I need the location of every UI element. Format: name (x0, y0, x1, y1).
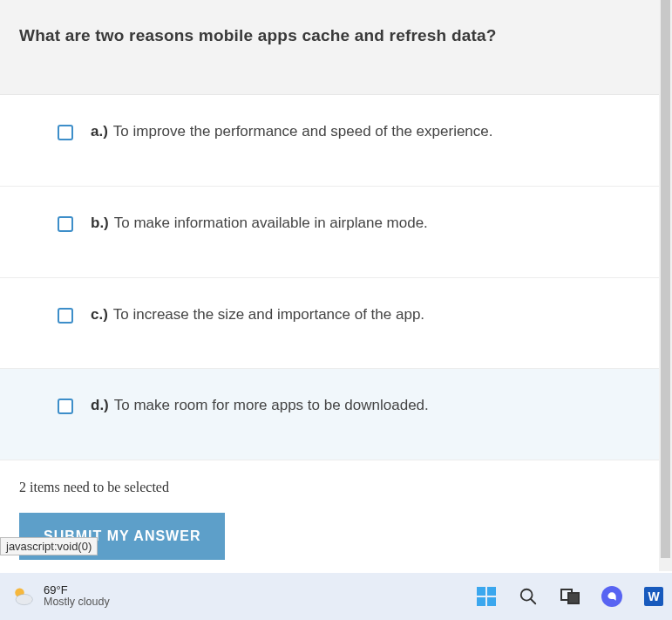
taskbar-weather-widget[interactable]: 69°F Mostly cloudy (10, 584, 110, 609)
windows-taskbar: 69°F Mostly cloudy (0, 573, 672, 620)
taskbar-icons: W (475, 585, 667, 608)
footer-area: 2 items need to be selected SUBMIT MY AN… (0, 460, 659, 560)
option-a-prefix: a.) (91, 123, 108, 140)
checkbox-a[interactable] (58, 125, 73, 140)
option-b-prefix: b.) (91, 215, 109, 231)
task-view-button[interactable] (559, 585, 581, 608)
selection-instruction: 2 items need to be selected (19, 480, 640, 495)
option-b-text: b.)To make information available in airp… (91, 213, 428, 234)
option-a[interactable]: a.)To improve the performance and speed … (0, 95, 659, 187)
option-c[interactable]: c.)To increase the size and importance o… (0, 278, 659, 370)
option-b[interactable]: b.)To make information available in airp… (0, 187, 659, 278)
windows-logo-icon (477, 587, 496, 606)
question-text: What are two reasons mobile apps cache a… (19, 26, 640, 45)
scrollbar-thumb[interactable] (661, 0, 670, 558)
word-app-button[interactable]: W (642, 585, 665, 608)
option-a-body: To improve the performance and speed of … (113, 123, 493, 140)
checkbox-b[interactable] (58, 216, 73, 232)
option-d-prefix: d.) (91, 397, 109, 413)
weather-text: 69°F Mostly cloudy (44, 584, 110, 609)
option-b-body: To make information available in airplan… (114, 215, 428, 231)
checkbox-c[interactable] (58, 308, 73, 324)
start-button[interactable] (475, 585, 498, 608)
weather-desc: Mostly cloudy (44, 596, 110, 609)
option-c-prefix: c.) (91, 306, 108, 323)
search-icon (519, 587, 538, 606)
option-d-text: d.)To make room for more apps to be down… (91, 395, 429, 416)
options-list: a.)To improve the performance and speed … (0, 95, 659, 460)
option-d[interactable]: d.)To make room for more apps to be down… (0, 369, 659, 460)
link-status-tooltip: javascript:void(0) (0, 537, 98, 555)
chat-icon (601, 586, 622, 607)
weather-icon (10, 584, 35, 609)
option-a-text: a.)To improve the performance and speed … (91, 121, 493, 142)
checkbox-d[interactable] (58, 399, 73, 414)
option-c-body: To increase the size and importance of t… (113, 306, 424, 323)
svg-line-3 (531, 599, 536, 604)
search-button[interactable] (517, 585, 540, 608)
word-icon: W (644, 587, 663, 606)
chat-button[interactable] (601, 585, 623, 608)
vertical-scrollbar[interactable] (659, 0, 672, 571)
weather-temp: 69°F (44, 584, 110, 596)
task-view-icon (560, 589, 580, 604)
option-d-body: To make room for more apps to be downloa… (114, 397, 429, 413)
question-header: What are two reasons mobile apps cache a… (0, 0, 659, 95)
svg-point-1 (16, 594, 32, 604)
option-c-text: c.)To increase the size and importance o… (91, 304, 424, 325)
